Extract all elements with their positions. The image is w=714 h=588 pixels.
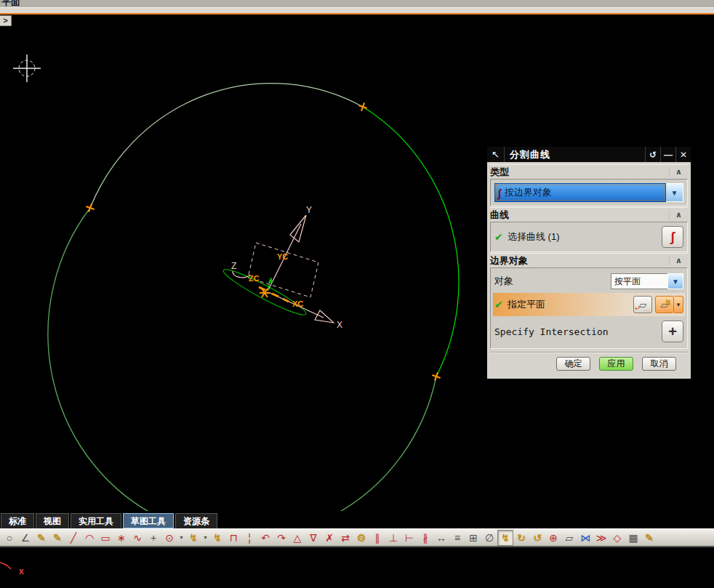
- object-label: 对象: [494, 275, 611, 288]
- apply-button[interactable]: 应用: [599, 357, 633, 371]
- show-all-constraints-icon[interactable]: ≡: [449, 530, 465, 546]
- select-curve-button[interactable]: ∫: [662, 226, 683, 248]
- plane-dialog-arrow-icon: ↵: [635, 305, 641, 312]
- auto-constrain-icon[interactable]: ∇: [305, 530, 321, 546]
- pattern-curve-icon[interactable]: ▦: [625, 530, 641, 546]
- edit-defining-section-icon[interactable]: ↻: [513, 530, 529, 546]
- curve-icon: ∫: [671, 230, 675, 245]
- offset-curve-icon[interactable]: ◇: [609, 530, 625, 546]
- studio-spline-icon[interactable]: ✎: [33, 530, 49, 546]
- polygon-point-icon[interactable]: ∗: [113, 530, 129, 546]
- auto-dimension-icon[interactable]: ∦: [417, 530, 433, 546]
- point-tool-icon[interactable]: +: [145, 530, 161, 546]
- type-group: ∫ 按边界对象 ▼: [490, 179, 688, 206]
- ellipse-tool-icon[interactable]: ⊙: [161, 530, 177, 546]
- edit-curve-icon[interactable]: ✎: [641, 530, 657, 546]
- intersect-curve-icon[interactable]: ⋈: [577, 530, 593, 546]
- dialog-footer: 确定 应用 取消: [490, 357, 688, 371]
- curve-section-label: 曲线: [490, 209, 669, 222]
- curve-section-header: 曲线 ∧: [490, 207, 688, 222]
- studio-spline-constrained-icon[interactable]: ✎: [49, 530, 65, 546]
- project-curve-icon[interactable]: ▱: [561, 530, 577, 546]
- select-curve-label[interactable]: 选择曲线 (1): [508, 230, 662, 243]
- yc-axis-label: YC: [277, 252, 288, 261]
- circle-arc-bright[interactable]: [363, 107, 459, 376]
- create-inferred-constraints-icon[interactable]: ⊥: [385, 530, 401, 546]
- lightning-icon: ↯: [665, 298, 672, 307]
- chamfer-icon[interactable]: ↷: [273, 530, 289, 546]
- dialog-reset-icon[interactable]: ↺: [645, 147, 660, 162]
- quick-extend-icon[interactable]: ↯: [209, 530, 225, 546]
- svg-text:x: x: [19, 566, 24, 576]
- continuous-auto-dimension-icon[interactable]: ⊢: [401, 530, 417, 546]
- boundary-collapse-button[interactable]: ∧: [669, 256, 688, 265]
- convert-reference-icon[interactable]: ⇄: [337, 530, 353, 546]
- update-model-icon[interactable]: ↺: [529, 530, 545, 546]
- sketch-toolbar: ○∠✎✎╱◠▭∗∿+⊙▾↯▾↯⊓¦↶↷△∇✗⇄⚙∥⊥⊢∦↔≡⊞∅↯↻↺⊕▱⋈≫◇…: [0, 528, 714, 547]
- toolbar-accent-line: [0, 13, 714, 15]
- curve-type-icon: ∫: [498, 187, 501, 199]
- circle-tool-icon[interactable]: ○: [1, 530, 17, 546]
- specify-plane-row[interactable]: ✔ 指定平面 ▱ ↵ ... ▱ ↯ ▼: [493, 293, 685, 316]
- geometric-constraints-icon[interactable]: △: [289, 530, 305, 546]
- tab-view[interactable]: 视图: [36, 513, 69, 528]
- arc-tool-icon[interactable]: ◠: [81, 530, 97, 546]
- profile-tool-icon[interactable]: ∠: [17, 530, 33, 546]
- tab-standard[interactable]: 标准: [1, 513, 34, 528]
- circle-arc-pale[interactable]: [90, 84, 363, 208]
- quick-trim-dropdown-icon[interactable]: ▾: [201, 530, 209, 546]
- top-clipped-label: 平面: [1, 0, 20, 7]
- divide-curve-dialog: ↖ 分割曲线 ↺ — ✕ 类型 ∧ ∫ 按边界对象 ▼ 曲线 ∧: [486, 145, 692, 380]
- quick-trim-icon[interactable]: ↯: [185, 530, 201, 546]
- auto-plane-caret-icon[interactable]: ▼: [674, 296, 683, 313]
- type-combo-value: 按边界对象: [505, 186, 552, 199]
- add-existing-curve-icon[interactable]: ⊕: [545, 530, 561, 546]
- dialog-titlebar[interactable]: ↖ 分割曲线 ↺ — ✕: [487, 147, 691, 162]
- tab-sketch-tools[interactable]: 草图工具: [123, 513, 174, 528]
- dialog-title: 分割曲线: [505, 147, 645, 162]
- object-combo[interactable]: 按平面 ▼: [611, 273, 683, 289]
- specify-intersection-button[interactable]: +: [662, 321, 683, 342]
- divide-curve-icon[interactable]: ↯: [497, 530, 513, 546]
- dimensions-icon[interactable]: ↔: [433, 530, 449, 546]
- line-tool-icon[interactable]: ╱: [65, 530, 81, 546]
- type-combo[interactable]: ∫ 按边界对象: [494, 183, 666, 202]
- curve-check-icon: ✔: [494, 231, 508, 243]
- dialog-close-icon[interactable]: ✕: [675, 147, 691, 162]
- circle-arc-mid[interactable]: [48, 208, 436, 537]
- top-toolbar-strip: [0, 7, 714, 13]
- alternate-solution-icon[interactable]: ⚙: [353, 530, 369, 546]
- crosshair-cursor-icon: [13, 55, 41, 82]
- derived-line-icon[interactable]: ≫: [593, 530, 609, 546]
- z-axis-label: Z: [231, 261, 236, 271]
- datum-plane-dashed[interactable]: [248, 243, 318, 297]
- type-section-label: 类型: [490, 166, 669, 179]
- type-combo-arrow-icon[interactable]: ▼: [666, 183, 683, 202]
- fillet-icon[interactable]: ↶: [257, 530, 273, 546]
- plane-dialog-button[interactable]: ▱ ↵ ...: [633, 296, 652, 313]
- show-remove-constraints-icon[interactable]: ✗: [321, 530, 337, 546]
- tab-utility-tools[interactable]: 实用工具: [71, 513, 121, 528]
- boundary-group: 对象 按平面 ▼ ✔ 指定平面 ▱ ↵ ... ▱ ↯ ▼: [490, 267, 688, 349]
- curve-collapse-button[interactable]: ∧: [669, 210, 688, 220]
- x-axis-arrowhead: [315, 310, 334, 323]
- show-degrees-freedom-icon[interactable]: ∅: [481, 530, 497, 546]
- dialog-cursor-icon: ↖: [487, 147, 505, 162]
- rectangle-tool-icon[interactable]: ▭: [97, 530, 113, 546]
- dialog-minimize-icon[interactable]: —: [660, 147, 675, 162]
- spline-tool-icon[interactable]: ∿: [129, 530, 145, 546]
- type-collapse-button[interactable]: ∧: [669, 167, 688, 177]
- ellipse-dropdown-icon[interactable]: ▾: [177, 530, 185, 546]
- dialog-separator: [490, 352, 688, 353]
- ok-button[interactable]: 确定: [556, 357, 590, 371]
- inferred-constraints-icon[interactable]: ∥: [369, 530, 385, 546]
- xc-axis-label: XC: [292, 299, 303, 308]
- object-combo-arrow-icon[interactable]: ▼: [667, 273, 683, 289]
- sketch-group-icon[interactable]: ⊞: [465, 530, 481, 546]
- cancel-button[interactable]: 取消: [642, 357, 676, 371]
- auto-plane-button[interactable]: ▱ ↯: [655, 296, 674, 313]
- make-corner-icon[interactable]: ⊓: [225, 530, 241, 546]
- toolbar-expand-button[interactable]: >: [0, 15, 12, 26]
- show-vertices-icon[interactable]: ¦: [241, 530, 257, 546]
- tab-resource-bar[interactable]: 资源条: [175, 513, 217, 528]
